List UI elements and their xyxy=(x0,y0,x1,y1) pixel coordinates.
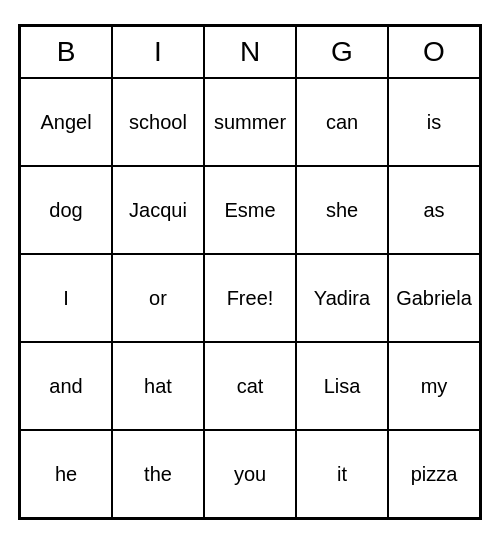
cell-r4-c1[interactable]: and xyxy=(20,342,112,430)
cell-r3-c3[interactable]: Free! xyxy=(204,254,296,342)
cell-r1-c5[interactable]: is xyxy=(388,78,480,166)
header-b: B xyxy=(20,26,112,78)
cell-r5-c5[interactable]: pizza xyxy=(388,430,480,518)
row-1: Angelschoolsummercanis xyxy=(20,78,480,166)
header-n: N xyxy=(204,26,296,78)
cell-r2-c1[interactable]: dog xyxy=(20,166,112,254)
cell-r4-c4[interactable]: Lisa xyxy=(296,342,388,430)
row-3: IorFree!YadiraGabriela xyxy=(20,254,480,342)
cell-r2-c2[interactable]: Jacqui xyxy=(112,166,204,254)
cell-r5-c4[interactable]: it xyxy=(296,430,388,518)
cell-r2-c4[interactable]: she xyxy=(296,166,388,254)
cell-r2-c3[interactable]: Esme xyxy=(204,166,296,254)
cell-r5-c3[interactable]: you xyxy=(204,430,296,518)
cell-r4-c2[interactable]: hat xyxy=(112,342,204,430)
cell-r3-c2[interactable]: or xyxy=(112,254,204,342)
bingo-board: B I N G O AngelschoolsummercanisdogJacqu… xyxy=(18,24,482,520)
cell-r1-c1[interactable]: Angel xyxy=(20,78,112,166)
cell-r3-c1[interactable]: I xyxy=(20,254,112,342)
row-4: andhatcatLisamy xyxy=(20,342,480,430)
cell-r5-c1[interactable]: he xyxy=(20,430,112,518)
cell-r3-c4[interactable]: Yadira xyxy=(296,254,388,342)
cell-r5-c2[interactable]: the xyxy=(112,430,204,518)
cell-r2-c5[interactable]: as xyxy=(388,166,480,254)
cell-r3-c5[interactable]: Gabriela xyxy=(388,254,480,342)
row-5: hetheyouitpizza xyxy=(20,430,480,518)
row-2: dogJacquiEsmesheas xyxy=(20,166,480,254)
header-o: O xyxy=(388,26,480,78)
cell-r4-c5[interactable]: my xyxy=(388,342,480,430)
cell-r4-c3[interactable]: cat xyxy=(204,342,296,430)
cell-r1-c2[interactable]: school xyxy=(112,78,204,166)
header-row: B I N G O xyxy=(20,26,480,78)
header-g: G xyxy=(296,26,388,78)
cell-r1-c4[interactable]: can xyxy=(296,78,388,166)
cell-r1-c3[interactable]: summer xyxy=(204,78,296,166)
header-i: I xyxy=(112,26,204,78)
